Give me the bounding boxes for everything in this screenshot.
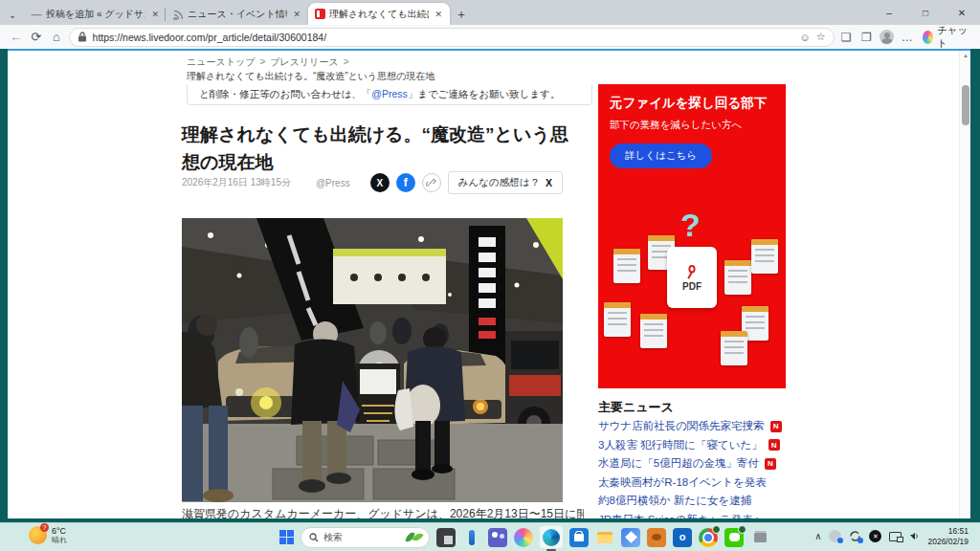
browser-toolbar: ← ⟳ ⌂ https://news.livedoor.com/pr_artic… [0,25,980,49]
breadcrumb-separator: > [259,56,265,67]
mascot-app-icon[interactable] [647,528,666,547]
tab-1[interactable]: — 投稿を追加 « グッドサン | プロボックス ✕ [25,4,167,25]
new-tab-button[interactable]: ＋ [450,4,473,25]
close-button[interactable]: ✕ [944,0,980,25]
ad-cta-button[interactable]: 詳しくはこちら [610,143,712,168]
news-link[interactable]: 水道局に「5億円超の金塊」寄付 [598,456,759,471]
taskbar-clock[interactable]: 16:51 2026/02/19 [927,526,969,546]
minimize-button[interactable]: – [871,0,907,25]
share-facebook-button[interactable]: f [396,173,415,192]
news-link[interactable]: 3人殺害 犯行時間に「寝ていた」 [598,438,763,452]
edge-icon [543,529,560,546]
home-icon[interactable]: ⌂ [48,28,64,47]
task-view-icon[interactable] [436,528,456,547]
article-title: 理解されなくても出続ける。“魔改造”という思想の現在地 [182,121,568,177]
taskbar-search[interactable]: 検索 [301,527,430,548]
taskbar-center: 検索 [279,526,769,548]
tab-close-icon[interactable]: ✕ [291,10,302,19]
article-source[interactable]: @Press [316,178,350,188]
document-icon [721,331,747,365]
smiley-icon[interactable]: ☺ [799,32,810,43]
news-item: 太秦映画村がR-18イベントを発表 [598,475,809,490]
scroll-up-icon[interactable]: ▲ [960,53,970,58]
notice-text: と削除・修正等のお問い合わせは、「 [199,88,371,99]
news-link[interactable]: JR東日本 Suicaの新キャラ発表へ [598,513,765,519]
settings-menu-icon[interactable]: … [899,28,915,47]
news-item: 3人殺害 犯行時間に「寝ていた」 N [598,438,809,452]
tab-title: 投稿を追加 « グッドサン | プロボックス [46,8,145,21]
notification-badge [738,525,746,534]
url-text[interactable]: https://news.livedoor.com/pr_article/det… [93,32,794,43]
news-section-header: 主要ニュース [598,399,674,416]
photos-icon[interactable] [621,528,640,547]
windows-taskbar: 6°C 晴れ 検索 ∧ [0,522,980,551]
lock-icon [78,32,87,42]
news-link[interactable]: 約8億円横領か 新たに女を逮捕 [598,494,751,508]
chrome-icon[interactable] [699,528,718,547]
window-controls: – □ ✕ [871,0,980,25]
new-badge: N [765,458,776,470]
pdf-file-icon: PDF [667,247,717,308]
new-badge: N [770,421,782,432]
profile-avatar[interactable] [879,28,895,47]
press-notice-box: と削除・修正等のお問い合わせは、「@Press」までご連絡をお願い致します。 [187,84,592,105]
x-app-tray-icon[interactable]: ✕ [869,530,881,542]
collections-icon[interactable]: ❏ [838,28,855,47]
reactions-button[interactable]: みんなの感想は？ X [448,171,563,194]
tab-title: 理解されなくても出続ける。“魔改造”と [329,8,429,21]
pen-app-icon[interactable] [462,528,481,547]
tab-close-icon[interactable]: ✕ [433,10,444,19]
ad-illustration: ? PDF [598,207,786,384]
news-link[interactable]: 太秦映画村がR-18イベントを発表 [598,475,767,490]
back-icon[interactable]: ← [8,28,24,47]
address-bar[interactable]: https://news.livedoor.com/pr_article/det… [69,28,835,47]
page-scrollbar[interactable]: ▲ [959,51,970,518]
rss-favicon [172,9,184,20]
copy-link-button[interactable] [422,173,441,192]
file-explorer-icon[interactable] [595,528,614,547]
split-screen-icon[interactable]: ❐ [858,28,875,47]
share-buttons: X f みんなの感想は？ X [370,171,563,194]
news-link[interactable]: サウナ店前社長の関係先家宅捜索 [598,419,765,433]
sync-icon[interactable] [849,530,861,542]
refresh-icon[interactable]: ⟳ [28,28,44,47]
news-item: 水道局に「5億円超の金塊」寄付 N [598,456,809,471]
ad-title: 元ファイルを探し回る部下 [610,95,774,112]
tab-search-icon[interactable]: ⌄ [0,4,25,25]
tab-close-icon[interactable]: ✕ [149,10,161,19]
tab-2[interactable]: ニュース・イベント情報・プレスリリースサイ ✕ [167,4,308,25]
weather-icon [29,526,47,544]
copilot-taskbar-icon[interactable] [514,528,533,547]
breadcrumb-link-pressrelease[interactable]: プレスリリース [270,56,338,67]
outlook-icon[interactable] [673,528,692,547]
line-app-icon[interactable] [724,528,744,547]
display-icon[interactable] [889,532,902,541]
weather-widget[interactable]: 6°C 晴れ [29,526,67,545]
volume-icon[interactable] [909,531,920,541]
start-button[interactable] [279,530,294,544]
search-icon [309,533,319,542]
scrollbar-thumb[interactable] [962,85,969,125]
notification-badge [712,525,721,534]
tray-chevron-icon[interactable]: ∧ [814,531,821,541]
new-badge: N [768,439,780,451]
sidebar-ad[interactable]: 元ファイルを探し回る部下 部下の業務を減らしたい方へ 詳しくはこちら ? PDF [598,84,786,388]
tab-3-active[interactable]: 理解されなくても出続ける。“魔改造”と ✕ [308,3,450,25]
document-icon [613,249,640,283]
favorite-star-icon[interactable]: ☆ [816,31,826,43]
news-item: JR東日本 Suicaの新キャラ発表へ [598,513,809,519]
teams-icon[interactable] [488,528,507,547]
copilot-chat-button[interactable]: チャット [919,24,972,51]
article-photo [182,218,563,502]
onedrive-icon[interactable] [829,530,841,542]
atpress-link[interactable]: @Press [371,88,408,99]
breadcrumb-link-newstop[interactable]: ニューストップ [187,56,255,67]
share-x-button[interactable]: X [370,173,390,192]
system-tray: ∧ ✕ 16:51 2026/02/19 [814,526,969,546]
microsoft-store-icon[interactable] [569,528,589,547]
reaction-label: みんなの感想は？ [458,176,540,189]
edge-icon-active[interactable] [540,526,563,548]
chat-label: チャット [937,24,969,51]
printer-app-icon[interactable] [750,528,769,547]
maximize-button[interactable]: □ [907,0,944,25]
